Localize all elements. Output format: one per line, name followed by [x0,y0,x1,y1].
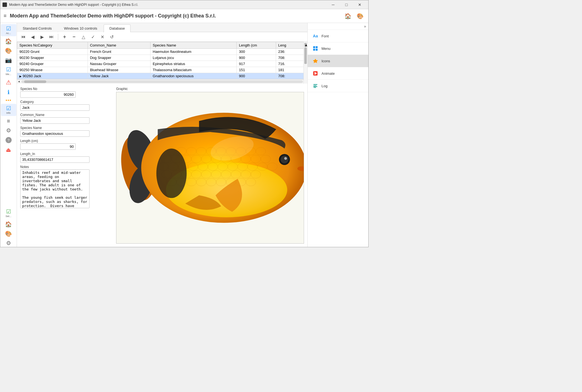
collapse-right-icon[interactable]: » [364,24,366,29]
minimize-button[interactable]: ─ [327,0,340,9]
sidebar-item-info[interactable]: ☑ Info [1,104,16,116]
left-sidebar: ☑ Ac... 🏠 🎨 📷 ☑ Me... ⚠ ℹ ●●● ☑ Info [0,23,17,247]
common-name-input[interactable] [20,117,90,124]
sidebar-item-home[interactable]: 🏠 [1,37,16,46]
header-icons: 🏠 🎨 [343,11,365,21]
v-scroll-thumb[interactable] [304,47,307,64]
common-name-group: Common_Name [20,113,112,124]
maximize-button[interactable]: □ [340,0,353,9]
length-in-input[interactable] [20,156,90,163]
log-icon [312,82,319,89]
v-scrollbar[interactable]: ▲ [303,42,307,84]
title-bar-text: Modern App and ThemeSelector Demo with H… [9,3,327,7]
table-cell: Nassau Grouper [88,61,150,67]
sidebar-item-gear[interactable]: ⚙ [1,126,16,135]
h-scroll-left-btn[interactable]: ◀ [17,79,21,84]
sidebar-item-warning[interactable]: ⚠ [1,78,16,87]
data-grid: Species NcCategory Common_Name Species N… [17,42,307,79]
tab-database[interactable]: Database [104,24,131,32]
menu-icon [312,45,319,52]
right-menu-log[interactable]: Log [308,80,368,92]
db-toolbar: ⏮ ◀ ▶ ⏭ + − △ ✓ ✕ ↺ [17,32,307,42]
length-group: Length (cm) [20,139,112,150]
post-button[interactable]: ✓ [89,33,97,40]
hamburger-icon[interactable]: ≡ [4,13,7,19]
svg-rect-65 [313,49,315,51]
tab-win10[interactable]: Windows 10 controls [58,24,103,32]
notes-textarea[interactable] [20,169,90,208]
length-in-label: Length_In [20,152,112,156]
form-area: Species No Category Common_Name Species … [17,84,307,247]
right-sidebar-header: » [308,23,368,30]
table-row[interactable]: ▶90260 JackYellow JackGnathanodon specio… [17,73,307,79]
h-scroll-track[interactable] [21,80,303,83]
icons-label: Icons [321,59,330,63]
right-menu-icons[interactable]: Icons [308,55,368,67]
right-menu-menu[interactable]: Menu [308,42,368,55]
delete-button[interactable]: − [70,33,78,40]
length-in-group: Length_In [20,152,112,163]
category-input[interactable] [20,104,90,111]
last-button[interactable]: ⏭ [47,33,56,40]
home2-icon: 🏠 [5,221,12,227]
first-button[interactable]: ⏮ [19,33,27,40]
table-row[interactable]: 90220 GruntFrench GruntHaemulon flavolin… [17,49,307,55]
species-name-label: Species Name [20,126,112,130]
grid-scroll-container: Species NcCategory Common_Name Species N… [17,42,307,79]
log-label: Log [321,84,328,88]
col-header-category: Species NcCategory [17,42,88,49]
sidebar-item-camera[interactable]: 📷 [1,56,16,65]
right-menu-font[interactable]: Aa Font [308,30,368,42]
notes-label: Notes [20,165,112,169]
graphic-label: Graphic [116,87,304,91]
length-input[interactable] [20,143,76,150]
tab-standard[interactable]: Standard Controls [17,24,58,32]
palette-header-icon[interactable]: 🎨 [355,11,365,21]
species-name-input[interactable] [20,130,90,137]
sidebar-item-exit[interactable]: ⏏ [1,145,16,154]
home-header-icon[interactable]: 🏠 [343,11,353,21]
sidebar-item-set[interactable]: ☑ Set... [1,207,16,219]
table-cell: 708: [276,55,307,61]
h-scrollbar: ◀ ▶ [17,79,307,84]
table-row[interactable]: 90230 SnapperDog SnapperLutjanus jocu900… [17,55,307,61]
sidebar-label-info: Info [6,112,11,114]
v-scroll-up-btn[interactable]: ▲ [304,43,307,47]
sidebar-item-info-circle[interactable]: ℹ [1,88,16,97]
svg-point-61 [284,157,287,160]
sidebar-item-dots[interactable]: ●●● [1,97,16,103]
prev-button[interactable]: ◀ [29,33,37,40]
sidebar-label-set: Set... [6,215,11,218]
main-layout: ☑ Ac... 🏠 🎨 📷 ☑ Me... ⚠ ℹ ●●● ☑ Info [0,23,368,247]
species-no-input[interactable] [20,91,76,98]
info-badge-icon: ☑ [6,105,11,111]
sidebar-item-ac[interactable]: ☑ Ac... [1,24,16,36]
sidebar-item-me[interactable]: ☑ Me... [1,65,16,77]
h-scroll-thumb[interactable] [24,80,46,83]
table-cell: French Grunt [88,49,150,55]
table-row[interactable]: 90250 WrasseBluehead WrasseThalassoma bi… [17,67,307,73]
table-cell: 151 [237,67,276,73]
length-label: Length (cm) [20,139,112,143]
graphic-frame [116,92,304,244]
content-area: Standard Controls Windows 10 controls Da… [17,23,307,247]
right-menu-animate[interactable]: Animate [308,67,368,80]
sidebar-item-home2[interactable]: 🏠 [1,220,16,229]
tabs-bar: Standard Controls Windows 10 controls Da… [17,23,307,32]
cancel-edit-button[interactable]: ✕ [98,33,106,40]
sidebar-item-help[interactable]: ? [1,135,16,145]
sidebar-item-log-left[interactable]: ≡ [1,117,16,125]
sidebar-item-palette2[interactable]: 🎨 [1,229,16,238]
table-cell: 716. [276,61,307,67]
svg-point-60 [280,156,288,163]
sidebar-item-gear2[interactable]: ⚙ [1,239,16,247]
table-row[interactable]: 90240 GrouperNassau GrouperEpinephelus s… [17,61,307,67]
next-button[interactable]: ▶ [38,33,46,40]
refresh-button[interactable]: ↺ [108,33,116,40]
log-left-icon: ≡ [7,118,10,124]
sidebar-item-palette[interactable]: 🎨 [1,46,16,55]
animate-label: Animate [321,71,335,76]
edit-button[interactable]: △ [79,33,88,40]
insert-button[interactable]: + [60,33,69,40]
close-button[interactable]: ✕ [353,0,366,9]
